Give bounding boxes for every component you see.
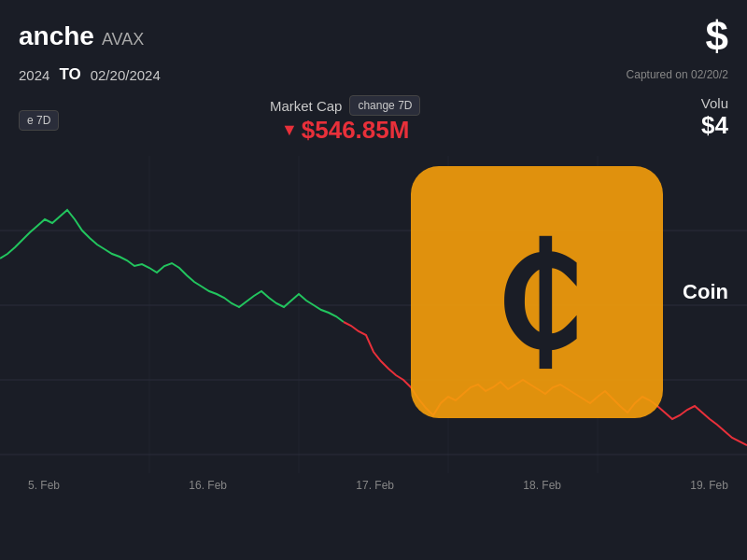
watermark-icon: ₵ — [397, 152, 677, 432]
date-to: 02/20/2024 — [91, 67, 161, 83]
brand-title: anche AVAX — [19, 21, 144, 51]
x-axis-labels: 5. Feb 16. Feb 17. Feb 18. Feb 19. Feb — [0, 473, 747, 492]
x-label-3: 17. Feb — [356, 479, 394, 492]
volume-section: Volu $4 — [616, 95, 728, 140]
market-cap-header: Market Cap change 7D — [270, 95, 421, 116]
chart-area: ₵ Coin — [0, 156, 747, 473]
date-row: 2024 TO 02/20/2024 Captured on 02/20/2 — [0, 65, 747, 91]
watermark: ₵ Coin — [397, 152, 728, 432]
ticker: AVAX — [102, 30, 144, 49]
x-label-4: 18. Feb — [523, 479, 561, 492]
to-label: TO — [59, 65, 80, 84]
volume-label: Volu — [701, 95, 728, 111]
big-price: $ — [706, 13, 728, 60]
market-cap-value: ▼ $546.85M — [281, 116, 409, 145]
date-range: 2024 TO 02/20/2024 — [19, 65, 161, 84]
captured-text: Captured on 02/20/2 — [627, 68, 728, 81]
header: anche AVAX $ — [0, 0, 747, 65]
down-arrow-icon: ▼ — [281, 120, 298, 140]
x-label-1: 5. Feb — [28, 479, 60, 492]
x-label-2: 16. Feb — [189, 479, 227, 492]
market-cap-label: Market Cap — [270, 98, 343, 114]
market-cap-section: Market Cap change 7D ▼ $546.85M — [74, 95, 616, 145]
change-badge: change 7D — [349, 95, 420, 116]
change-badge-left: e 7D — [19, 110, 59, 131]
volume-value: $4 — [701, 111, 728, 140]
market-cap-number: $546.85M — [302, 116, 410, 145]
date-from: 2024 — [19, 67, 49, 83]
stats-row: e 7D Market Cap change 7D ▼ $546.85M Vol… — [0, 91, 747, 148]
svg-text:₵: ₵ — [493, 221, 582, 378]
watermark-text: Coin — [683, 280, 728, 304]
x-label-5: 19. Feb — [690, 479, 728, 492]
brand-name: anche — [19, 21, 94, 51]
